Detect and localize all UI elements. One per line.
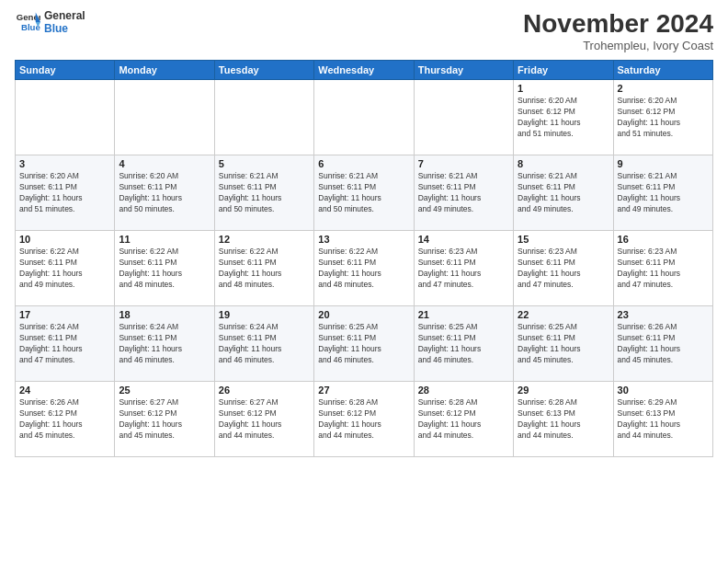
- day-info: Sunrise: 6:20 AMSunset: 6:11 PMDaylight:…: [19, 171, 110, 215]
- logo-text-general: General: [44, 9, 85, 22]
- day-info: Sunrise: 6:25 AMSunset: 6:11 PMDaylight:…: [318, 322, 409, 366]
- month-title: November 2024: [523, 9, 713, 39]
- calendar-cell: 13Sunrise: 6:22 AMSunset: 6:11 PMDayligh…: [314, 231, 414, 306]
- day-number: 13: [318, 234, 409, 245]
- calendar-cell: [115, 80, 214, 155]
- day-number: 17: [19, 309, 110, 320]
- calendar-cell: 26Sunrise: 6:27 AMSunset: 6:12 PMDayligh…: [214, 382, 313, 457]
- day-number: 6: [318, 158, 409, 169]
- day-info: Sunrise: 6:27 AMSunset: 6:12 PMDaylight:…: [219, 397, 310, 442]
- day-number: 21: [418, 309, 509, 320]
- day-number: 29: [518, 385, 609, 396]
- calendar-cell: 12Sunrise: 6:22 AMSunset: 6:11 PMDayligh…: [214, 231, 313, 306]
- day-number: 20: [318, 309, 409, 320]
- day-number: 22: [518, 309, 609, 320]
- day-info: Sunrise: 6:25 AMSunset: 6:11 PMDaylight:…: [418, 322, 509, 366]
- day-info: Sunrise: 6:24 AMSunset: 6:11 PMDaylight:…: [119, 322, 210, 366]
- day-info: Sunrise: 6:25 AMSunset: 6:11 PMDaylight:…: [518, 322, 609, 366]
- calendar-cell: 21Sunrise: 6:25 AMSunset: 6:11 PMDayligh…: [414, 306, 513, 382]
- calendar-cell: 7Sunrise: 6:21 AMSunset: 6:11 PMDaylight…: [414, 155, 513, 231]
- calendar-cell: 5Sunrise: 6:21 AMSunset: 6:11 PMDaylight…: [214, 155, 313, 231]
- day-info: Sunrise: 6:23 AMSunset: 6:11 PMDaylight:…: [518, 247, 609, 291]
- calendar-cell: 9Sunrise: 6:21 AMSunset: 6:11 PMDaylight…: [613, 155, 712, 231]
- day-number: 30: [618, 385, 709, 396]
- day-number: 11: [119, 234, 210, 245]
- calendar-cell: 20Sunrise: 6:25 AMSunset: 6:11 PMDayligh…: [314, 306, 414, 382]
- calendar-week-3: 10Sunrise: 6:22 AMSunset: 6:11 PMDayligh…: [16, 231, 713, 306]
- calendar-cell: 24Sunrise: 6:26 AMSunset: 6:12 PMDayligh…: [16, 382, 115, 457]
- weekday-header-wednesday: Wednesday: [314, 61, 414, 80]
- day-info: Sunrise: 6:22 AMSunset: 6:11 PMDaylight:…: [318, 247, 409, 291]
- header: General Blue General Blue November 2024 …: [15, 9, 713, 52]
- day-number: 4: [119, 158, 210, 169]
- day-number: 18: [119, 309, 210, 320]
- weekday-header-sunday: Sunday: [16, 61, 115, 80]
- calendar-cell: 23Sunrise: 6:26 AMSunset: 6:11 PMDayligh…: [613, 306, 712, 382]
- day-number: 9: [618, 158, 709, 169]
- calendar-cell: 30Sunrise: 6:29 AMSunset: 6:13 PMDayligh…: [613, 382, 712, 457]
- calendar-cell: 29Sunrise: 6:28 AMSunset: 6:13 PMDayligh…: [514, 382, 613, 457]
- day-info: Sunrise: 6:28 AMSunset: 6:12 PMDaylight:…: [318, 397, 409, 442]
- day-info: Sunrise: 6:20 AMSunset: 6:12 PMDaylight:…: [618, 96, 709, 140]
- location-subtitle: Trohempleu, Ivory Coast: [523, 39, 713, 52]
- day-info: Sunrise: 6:27 AMSunset: 6:12 PMDaylight:…: [119, 397, 210, 442]
- day-number: 23: [618, 309, 709, 320]
- day-number: 19: [219, 309, 310, 320]
- weekday-header-monday: Monday: [115, 61, 214, 80]
- calendar-cell: 25Sunrise: 6:27 AMSunset: 6:12 PMDayligh…: [115, 382, 214, 457]
- weekday-header-friday: Friday: [514, 61, 613, 80]
- day-number: 10: [19, 234, 110, 245]
- day-info: Sunrise: 6:22 AMSunset: 6:11 PMDaylight:…: [219, 247, 310, 291]
- day-number: 14: [418, 234, 509, 245]
- calendar-header-row: SundayMondayTuesdayWednesdayThursdayFrid…: [16, 61, 713, 80]
- page: General Blue General Blue November 2024 …: [0, 0, 728, 466]
- day-info: Sunrise: 6:26 AMSunset: 6:12 PMDaylight:…: [19, 397, 110, 442]
- calendar-cell: 18Sunrise: 6:24 AMSunset: 6:11 PMDayligh…: [115, 306, 214, 382]
- day-number: 2: [618, 83, 709, 94]
- day-number: 7: [418, 158, 509, 169]
- calendar-cell: [214, 80, 313, 155]
- weekday-header-saturday: Saturday: [613, 61, 712, 80]
- calendar-cell: 2Sunrise: 6:20 AMSunset: 6:12 PMDaylight…: [613, 80, 712, 155]
- calendar-cell: 27Sunrise: 6:28 AMSunset: 6:12 PMDayligh…: [314, 382, 414, 457]
- calendar-table: SundayMondayTuesdayWednesdayThursdayFrid…: [15, 60, 713, 457]
- calendar-cell: 28Sunrise: 6:28 AMSunset: 6:12 PMDayligh…: [414, 382, 513, 457]
- calendar-cell: 15Sunrise: 6:23 AMSunset: 6:11 PMDayligh…: [514, 231, 613, 306]
- day-info: Sunrise: 6:28 AMSunset: 6:13 PMDaylight:…: [518, 397, 609, 442]
- day-number: 12: [219, 234, 310, 245]
- day-number: 28: [418, 385, 509, 396]
- logo: General Blue General Blue: [15, 9, 85, 36]
- day-info: Sunrise: 6:22 AMSunset: 6:11 PMDaylight:…: [19, 247, 110, 291]
- calendar-week-1: 1Sunrise: 6:20 AMSunset: 6:12 PMDaylight…: [16, 80, 713, 155]
- calendar-cell: [414, 80, 513, 155]
- day-info: Sunrise: 6:20 AMSunset: 6:11 PMDaylight:…: [119, 171, 210, 215]
- day-info: Sunrise: 6:26 AMSunset: 6:11 PMDaylight:…: [618, 322, 709, 366]
- day-info: Sunrise: 6:21 AMSunset: 6:11 PMDaylight:…: [518, 171, 609, 215]
- day-info: Sunrise: 6:23 AMSunset: 6:11 PMDaylight:…: [418, 247, 509, 291]
- logo-icon: General Blue: [15, 9, 40, 35]
- calendar-cell: 17Sunrise: 6:24 AMSunset: 6:11 PMDayligh…: [16, 306, 115, 382]
- day-number: 25: [119, 385, 210, 396]
- calendar-cell: 10Sunrise: 6:22 AMSunset: 6:11 PMDayligh…: [16, 231, 115, 306]
- calendar-cell: 11Sunrise: 6:22 AMSunset: 6:11 PMDayligh…: [115, 231, 214, 306]
- day-number: 24: [19, 385, 110, 396]
- calendar-cell: 6Sunrise: 6:21 AMSunset: 6:11 PMDaylight…: [314, 155, 414, 231]
- calendar-cell: 22Sunrise: 6:25 AMSunset: 6:11 PMDayligh…: [514, 306, 613, 382]
- day-info: Sunrise: 6:20 AMSunset: 6:12 PMDaylight:…: [518, 96, 609, 140]
- title-block: November 2024 Trohempleu, Ivory Coast: [523, 9, 713, 52]
- day-number: 26: [219, 385, 310, 396]
- day-number: 1: [518, 83, 609, 94]
- day-info: Sunrise: 6:21 AMSunset: 6:11 PMDaylight:…: [318, 171, 409, 215]
- day-info: Sunrise: 6:24 AMSunset: 6:11 PMDaylight:…: [19, 322, 110, 366]
- calendar-cell: [314, 80, 414, 155]
- day-info: Sunrise: 6:21 AMSunset: 6:11 PMDaylight:…: [219, 171, 310, 215]
- calendar-cell: 4Sunrise: 6:20 AMSunset: 6:11 PMDaylight…: [115, 155, 214, 231]
- weekday-header-tuesday: Tuesday: [214, 61, 313, 80]
- calendar-cell: 3Sunrise: 6:20 AMSunset: 6:11 PMDaylight…: [16, 155, 115, 231]
- calendar-cell: [16, 80, 115, 155]
- weekday-header-thursday: Thursday: [414, 61, 513, 80]
- day-info: Sunrise: 6:28 AMSunset: 6:12 PMDaylight:…: [418, 397, 509, 442]
- day-number: 27: [318, 385, 409, 396]
- day-info: Sunrise: 6:21 AMSunset: 6:11 PMDaylight:…: [418, 171, 509, 215]
- calendar-week-5: 24Sunrise: 6:26 AMSunset: 6:12 PMDayligh…: [16, 382, 713, 457]
